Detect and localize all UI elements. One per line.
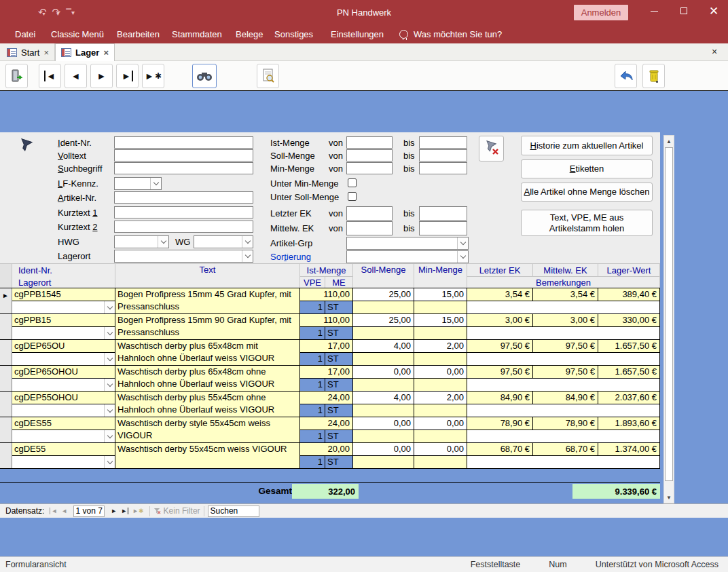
chevron-down-icon[interactable] [150, 178, 161, 189]
search-input[interactable] [208, 506, 259, 517]
cell-min-line2[interactable] [414, 404, 467, 417]
cell-min-line2[interactable] [414, 456, 467, 468]
maximize-button[interactable] [669, 0, 699, 22]
tell-me-box[interactable]: Was möchten Sie tun? [399, 29, 502, 39]
lagerort-combobox[interactable] [12, 430, 115, 442]
cell-min-menge[interactable]: 0,00 [414, 417, 467, 430]
cell-bemerkungen[interactable] [467, 353, 660, 365]
cell-ident-nr[interactable]: cgPPB15 [12, 314, 115, 327]
alle-artikel-loeschen-button[interactable]: Alle Artikel ohne Menge löschen [521, 183, 653, 202]
lagerort-combobox[interactable] [12, 404, 115, 417]
vertical-scrollbar[interactable]: ▲ ▼ [663, 135, 674, 503]
sortierung-link[interactable]: Sortierung [270, 252, 311, 262]
cell-vpe[interactable]: 1 [300, 353, 325, 365]
cell-lager-wert[interactable]: 1.657,50 € [598, 340, 660, 353]
suchbegriff-input[interactable] [114, 162, 253, 174]
print-preview-button[interactable] [257, 64, 279, 88]
cell-soll-line2[interactable] [353, 430, 414, 442]
cell-me[interactable]: ST [325, 456, 353, 468]
next-record-button[interactable]: ► [90, 64, 113, 88]
cell-lager-wert[interactable]: 1.893,60 € [598, 417, 660, 430]
wg-combobox[interactable] [194, 235, 253, 248]
unter-soll-menge-checkbox[interactable] [348, 192, 357, 201]
cell-soll-menge[interactable]: 0,00 [353, 443, 414, 456]
cell-soll-line2[interactable] [353, 353, 414, 365]
record-selector[interactable]: ► [0, 366, 12, 391]
record-selector[interactable]: ► [0, 392, 12, 417]
chevron-down-icon[interactable] [242, 236, 253, 248]
cell-vpe[interactable]: 1 [300, 456, 325, 468]
cell-me[interactable]: ST [325, 430, 353, 442]
close-object-icon[interactable]: × [712, 46, 717, 57]
chevron-down-icon[interactable] [104, 301, 115, 313]
cell-min-menge[interactable]: 15,00 [414, 314, 467, 327]
cell-min-line2[interactable] [414, 327, 467, 339]
scroll-down-icon[interactable]: ▼ [664, 492, 674, 503]
redo-icon[interactable]: ↷▾ [52, 6, 60, 18]
cell-text[interactable]: Bogen Profipress 15mm 90 Grad Kupfer, mi… [115, 314, 300, 339]
cell-lager-wert[interactable]: 1.374,00 € [598, 443, 660, 456]
cell-lager-wert[interactable]: 330,00 € [598, 314, 660, 327]
cell-ist-menge[interactable]: 110,00 [300, 314, 353, 327]
cell-text[interactable]: Waschtisch derby 55x45cm weiss VIGOUR [115, 443, 300, 468]
record-selector[interactable]: ► [0, 340, 12, 365]
cell-text[interactable]: Waschtisch derby plus 65x48cm mit Hahnlo… [115, 340, 300, 365]
volltext-input[interactable] [114, 149, 253, 161]
cell-min-line2[interactable] [414, 430, 467, 442]
cell-soll-line2[interactable] [353, 327, 414, 339]
cell-ist-menge[interactable]: 24,00 [300, 392, 353, 404]
chevron-down-icon[interactable] [104, 430, 115, 442]
cell-min-menge[interactable]: 0,00 [414, 443, 467, 456]
menu-sonstiges[interactable]: Sonstiges [274, 29, 313, 39]
cell-lager-wert[interactable]: 2.037,60 € [598, 392, 660, 404]
cell-ist-menge[interactable]: 17,00 [300, 340, 353, 353]
cell-vpe[interactable]: 1 [300, 327, 325, 339]
cell-soll-line2[interactable] [353, 301, 414, 313]
chevron-down-icon[interactable] [104, 327, 115, 339]
lagerort-combobox[interactable] [12, 379, 115, 391]
cell-ident-nr[interactable]: cgPPB1545 [12, 288, 115, 301]
cell-letzter-ek[interactable]: 68,70 € [467, 443, 533, 456]
cell-me[interactable]: ST [325, 379, 353, 391]
cell-bemerkungen[interactable] [467, 404, 660, 417]
min-bis-input[interactable] [419, 162, 467, 174]
nav-next-record-icon[interactable]: ► [111, 508, 117, 514]
chevron-down-icon[interactable] [457, 237, 468, 249]
cell-min-menge[interactable]: 15,00 [414, 288, 467, 301]
historie-button[interactable]: Historie zum aktuellen Artikel [521, 136, 653, 155]
nav-previous-record-icon[interactable]: ◄ [61, 508, 67, 514]
cell-soll-menge[interactable]: 25,00 [353, 314, 414, 327]
cell-me[interactable]: ST [325, 327, 353, 339]
soll-bis-input[interactable] [419, 149, 467, 161]
tab-lager[interactable]: Lager × [55, 43, 115, 61]
cell-letzter-ek[interactable]: 3,00 € [467, 314, 533, 327]
unter-min-menge-checkbox[interactable] [348, 178, 357, 187]
cell-vpe[interactable]: 1 [300, 301, 325, 313]
lagerort-filter-combobox[interactable] [114, 250, 253, 263]
cell-ist-menge[interactable]: 20,00 [300, 443, 353, 456]
menu-datei[interactable]: Datei [15, 29, 35, 39]
lagerort-combobox[interactable] [12, 301, 115, 313]
cell-me[interactable]: ST [325, 404, 353, 417]
close-button[interactable]: ✕ [699, 0, 728, 22]
menu-einstellungen[interactable]: Einstellungen [331, 29, 384, 39]
nav-new-record-icon[interactable]: ►✱ [132, 508, 143, 514]
record-position-box[interactable]: 1 von 7 [73, 506, 105, 517]
cell-soll-line2[interactable] [353, 379, 414, 391]
cell-text[interactable]: Waschtisch derby style 55x45cm weiss VIG… [115, 417, 300, 442]
cell-lager-wert[interactable]: 389,40 € [598, 288, 660, 301]
menu-classic-menu[interactable]: Classic Menü [51, 29, 104, 39]
search-button[interactable] [192, 64, 217, 88]
cell-soll-line2[interactable] [353, 456, 414, 468]
customize-quick-access-icon[interactable]: ▔▾ [66, 9, 75, 16]
letzter-ek-von-input[interactable] [346, 206, 393, 221]
cell-soll-menge[interactable]: 25,00 [353, 288, 414, 301]
tab-lager-close-icon[interactable]: × [103, 47, 109, 58]
undo-changes-button[interactable] [615, 64, 637, 88]
lagerort-combobox[interactable] [12, 353, 115, 365]
kurztext1-input[interactable] [114, 206, 253, 218]
cell-mittelw-ek[interactable]: 3,00 € [533, 314, 598, 327]
cell-ident-nr[interactable]: cgDEP65OU [12, 340, 115, 353]
cell-soll-menge[interactable]: 0,00 [353, 366, 414, 379]
last-record-button[interactable]: ► [116, 64, 139, 88]
